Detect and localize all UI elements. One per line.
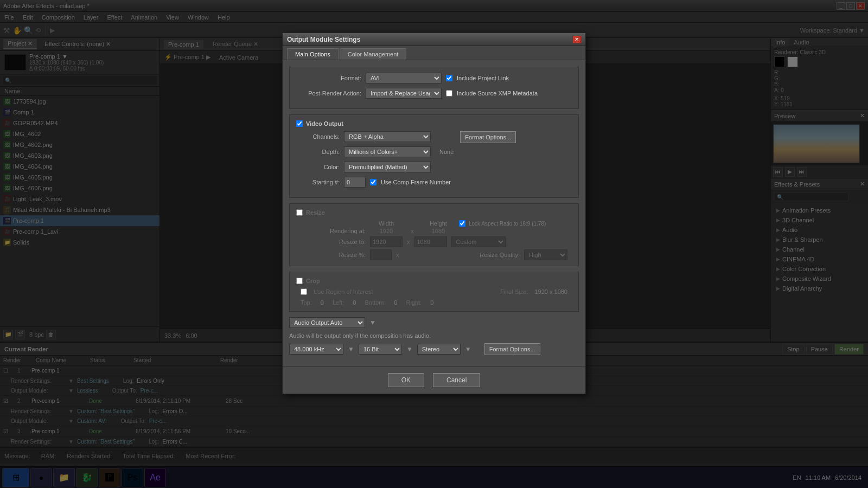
include-source-xmp-checkbox[interactable] bbox=[446, 90, 452, 97]
cancel-button[interactable]: Cancel bbox=[433, 373, 480, 387]
include-source-xmp-label: Include Source XMP Metadata bbox=[457, 90, 538, 97]
resize-quality-select[interactable]: High bbox=[524, 249, 567, 260]
dialog-footer: OK Cancel bbox=[283, 366, 585, 394]
crop-section: Crop Use Region of Interest Final Size: … bbox=[289, 272, 579, 312]
crop-checkbox[interactable] bbox=[296, 278, 303, 284]
rendering-at-row: Rendering at: 1920 x 1080 bbox=[296, 228, 572, 234]
channels-row: Channels: RGB + Alpha bbox=[296, 131, 454, 142]
resize-quality-label: Resize Quality: bbox=[480, 252, 520, 258]
channels-label: Channels: bbox=[296, 133, 340, 140]
output-module-dialog: Output Module Settings ✕ Main Options Co… bbox=[282, 33, 586, 394]
audio-channels-icon[interactable]: ▼ bbox=[465, 345, 471, 353]
width-col-header: Width bbox=[370, 220, 403, 227]
audio-output-select[interactable]: Audio Output Auto bbox=[289, 317, 365, 328]
bit-depth-select[interactable]: 16 Bit bbox=[359, 344, 402, 355]
dialog-title: Output Module Settings bbox=[287, 36, 360, 43]
resize-checkbox[interactable] bbox=[296, 209, 303, 216]
post-render-label: Post-Render Action: bbox=[296, 90, 361, 97]
resize-percent-x-input[interactable] bbox=[370, 249, 392, 260]
audio-section: Audio Output Auto ▼ Audio will be output… bbox=[289, 317, 579, 355]
sample-rate-select[interactable]: 48.000 kHz bbox=[289, 344, 343, 355]
dialog-body: Format: AVI Include Project Link Post-Re… bbox=[283, 60, 585, 366]
crop-values-row: Top: 0 Left: 0 Bottom: 0 Right: 0 bbox=[296, 299, 572, 306]
crop-label: Crop bbox=[306, 278, 320, 284]
dialog-overlay: Output Module Settings ✕ Main Options Co… bbox=[0, 0, 868, 488]
audio-info-text: Audio will be output only if the composi… bbox=[289, 332, 579, 339]
height-col-header: Height bbox=[422, 220, 455, 227]
lock-aspect-checkbox[interactable] bbox=[459, 220, 465, 227]
format-label: Format: bbox=[296, 75, 361, 81]
top-value: 0 bbox=[321, 299, 324, 306]
rendering-at-label: Rendering at: bbox=[301, 228, 366, 234]
left-value: 0 bbox=[353, 299, 356, 306]
resize-title-row: Resize bbox=[296, 209, 572, 216]
starting-hash-row: Starting #: Use Comp Frame Number bbox=[296, 177, 454, 188]
resize-to-w-input[interactable] bbox=[370, 236, 403, 247]
render-h: 1080 bbox=[422, 228, 455, 234]
resize-percent-sep: x bbox=[396, 252, 399, 258]
include-project-link-checkbox[interactable] bbox=[446, 75, 452, 81]
channels-select[interactable]: RGB + Alpha bbox=[344, 131, 431, 142]
lock-aspect-label: Lock Aspect Ratio to 16:9 (1.78) bbox=[469, 221, 546, 227]
depth-select[interactable]: Millions of Colors+ bbox=[344, 146, 431, 157]
tab-main-options[interactable]: Main Options bbox=[287, 48, 339, 60]
video-output-title-row: Video Output bbox=[296, 120, 572, 127]
use-comp-frame-checkbox[interactable] bbox=[370, 179, 376, 185]
final-size-label: Final Size: bbox=[500, 288, 528, 295]
resize-section: Resize Width Height Lock Aspect Ratio to… bbox=[289, 203, 579, 266]
resize-quality-row: Resize Quality: High bbox=[404, 249, 568, 260]
bottom-label: Bottom: bbox=[365, 299, 385, 306]
sample-rate-icon[interactable]: ▼ bbox=[348, 345, 354, 353]
color-label: Color: bbox=[296, 164, 340, 170]
post-render-select[interactable]: Import & Replace Usage bbox=[366, 88, 442, 99]
resize-x-sep: x bbox=[407, 239, 410, 245]
audio-channels-select[interactable]: Stereo bbox=[417, 344, 461, 355]
audio-params-row: 48.000 kHz ▼ 16 Bit ▼ Stereo ▼ Format Op… bbox=[289, 343, 579, 355]
audio-format-options-button[interactable]: Format Options... bbox=[484, 343, 540, 355]
crop-title-row: Crop bbox=[296, 278, 572, 284]
crop-inner: Use Region of Interest Final Size: 1920 … bbox=[296, 288, 572, 295]
format-row: Format: AVI Include Project Link bbox=[296, 73, 572, 84]
format-options-button[interactable]: Format Options... bbox=[460, 131, 516, 143]
render-w: 1920 bbox=[370, 228, 403, 234]
video-output-section: Video Output Channels: RGB + Alpha Depth… bbox=[289, 114, 579, 198]
video-output-checkbox[interactable] bbox=[296, 120, 303, 127]
starting-hash-label: Starting #: bbox=[296, 179, 340, 185]
resize-to-h-input[interactable] bbox=[414, 236, 447, 247]
color-row: Color: Premultiplied (Matted) bbox=[296, 162, 454, 172]
right-label: Right: bbox=[406, 299, 422, 306]
depth-none-label: None bbox=[439, 149, 454, 155]
use-roi-label: Use Region of Interest bbox=[314, 288, 373, 295]
bit-depth-icon[interactable]: ▼ bbox=[406, 345, 413, 353]
resize-percent-row: Resize %: x Resize Quality: High bbox=[296, 249, 572, 260]
left-label: Left: bbox=[333, 299, 344, 306]
video-output-left: Channels: RGB + Alpha Depth: Millions of… bbox=[296, 131, 454, 192]
final-size-value: 1920 x 1080 bbox=[534, 288, 567, 295]
depth-row: Depth: Millions of Colors+ None bbox=[296, 146, 454, 157]
dialog-close-button[interactable]: ✕ bbox=[572, 36, 581, 43]
dialog-tabs: Main Options Color Management bbox=[283, 46, 585, 60]
dialog-titlebar: Output Module Settings ✕ bbox=[283, 33, 585, 46]
depth-label: Depth: bbox=[296, 149, 340, 155]
color-select[interactable]: Premultiplied (Matted) bbox=[344, 162, 431, 172]
use-comp-frame-label: Use Comp Frame Number bbox=[381, 179, 451, 185]
lock-aspect-row: Lock Aspect Ratio to 16:9 (1.78) bbox=[459, 220, 567, 227]
format-select[interactable]: AVI bbox=[366, 73, 442, 84]
video-output-right: Format Options... bbox=[460, 131, 516, 143]
resize-preset-select[interactable]: Custom bbox=[451, 236, 506, 247]
resize-to-row: Resize to: x Custom bbox=[296, 236, 572, 247]
resize-percent-label: Resize %: bbox=[301, 252, 366, 258]
x-sep: x bbox=[407, 228, 418, 234]
video-output-inner: Channels: RGB + Alpha Depth: Millions of… bbox=[296, 131, 572, 192]
include-project-link-label: Include Project Link bbox=[457, 75, 509, 81]
use-roi-checkbox[interactable] bbox=[301, 288, 307, 295]
bottom-value: 0 bbox=[394, 299, 397, 306]
separator bbox=[407, 220, 418, 227]
format-section: Format: AVI Include Project Link Post-Re… bbox=[289, 67, 579, 109]
audio-dropdown-icon[interactable]: ▼ bbox=[369, 319, 376, 326]
ok-button[interactable]: OK bbox=[388, 373, 424, 387]
tab-color-management[interactable]: Color Management bbox=[340, 48, 407, 60]
top-label: Top: bbox=[301, 299, 312, 306]
resize-col-headers: Width Height Lock Aspect Ratio to 16:9 (… bbox=[296, 220, 572, 227]
starting-hash-input[interactable] bbox=[344, 177, 366, 188]
